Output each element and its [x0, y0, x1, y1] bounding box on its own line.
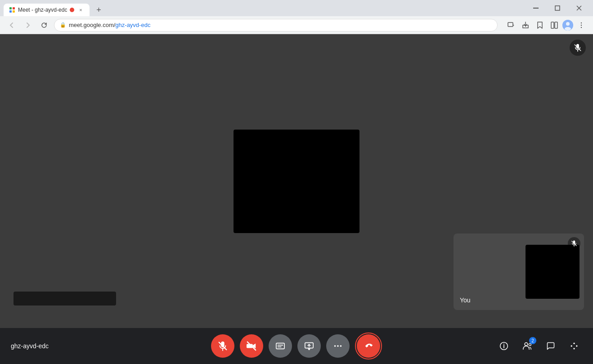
svg-rect-4	[13, 10, 15, 13]
controls-bar: ghz-ayvd-edc	[0, 328, 593, 364]
controls-center	[211, 333, 382, 360]
tab-bar: Meet - ghz-ayvd-edc × +	[4, 0, 105, 16]
browser-frame: Meet - ghz-ayvd-edc × +	[0, 0, 593, 364]
svg-point-18	[581, 24, 582, 25]
lock-icon: 🔒	[60, 22, 66, 28]
active-tab[interactable]: Meet - ghz-ayvd-edc ×	[4, 4, 90, 16]
svg-point-35	[340, 345, 342, 347]
tab-close-button[interactable]: ×	[77, 6, 84, 13]
svg-rect-1	[9, 7, 12, 9]
people-count-badge: 2	[529, 337, 536, 344]
svg-point-33	[334, 345, 336, 347]
svg-point-15	[566, 22, 570, 26]
mute-microphone-button[interactable]	[211, 334, 234, 358]
self-mute-icon	[568, 237, 580, 250]
address-bar-row: 🔒 meet.google.com/ghz-ayvd-edc	[0, 16, 593, 34]
end-call-button[interactable]	[357, 334, 380, 358]
controls-right: 2	[496, 338, 582, 354]
recording-indicator	[70, 8, 74, 12]
svg-marker-11	[538, 22, 542, 28]
svg-point-19	[581, 27, 582, 27]
end-call-button-wrapper	[355, 333, 382, 360]
share-icon[interactable]	[519, 19, 532, 31]
url-base: meet.google.com/	[69, 22, 115, 28]
chat-button[interactable]	[543, 338, 559, 354]
svg-rect-3	[9, 10, 12, 13]
new-tab-button[interactable]: +	[92, 4, 105, 16]
self-video-tile: You	[454, 234, 584, 310]
screen-record-icon[interactable]	[505, 19, 517, 31]
svg-rect-5	[533, 8, 539, 9]
svg-point-16	[565, 27, 571, 31]
svg-point-17	[581, 22, 582, 23]
title-bar: Meet - ghz-ayvd-edc × +	[0, 0, 593, 16]
svg-rect-2	[13, 7, 15, 9]
profile-avatar[interactable]	[562, 20, 573, 31]
restore-button[interactable]	[547, 1, 568, 15]
svg-point-43	[576, 345, 577, 346]
tab-favicon	[9, 7, 15, 13]
back-button[interactable]	[5, 19, 18, 31]
svg-point-44	[573, 348, 575, 349]
present-button[interactable]	[297, 334, 321, 358]
main-video-area: You	[0, 34, 593, 328]
svg-marker-10	[513, 24, 514, 26]
close-button[interactable]	[569, 1, 589, 15]
bookmark-icon[interactable]	[534, 19, 546, 31]
url-text: meet.google.com/ghz-ayvd-edc	[69, 22, 492, 28]
top-right-mute-icon	[570, 40, 586, 56]
svg-rect-27	[276, 343, 284, 349]
svg-point-41	[571, 345, 572, 346]
reader-mode-icon[interactable]	[548, 19, 561, 31]
window-controls	[526, 1, 589, 15]
more-options-button[interactable]	[326, 334, 350, 358]
forward-button[interactable]	[22, 19, 34, 31]
svg-point-42	[573, 343, 575, 344]
minimize-button[interactable]	[526, 1, 546, 15]
svg-rect-6	[555, 6, 560, 10]
meeting-code: ghz-ayvd-edc	[11, 342, 49, 350]
participant-name-label	[13, 292, 116, 306]
svg-rect-13	[555, 22, 557, 28]
main-participant-video	[234, 130, 359, 233]
browser-toolbar-right	[505, 19, 588, 31]
meet-content: You ghz-ayvd-edc	[0, 34, 593, 364]
url-path: ghz-ayvd-edc	[115, 22, 150, 28]
toggle-camera-button[interactable]	[240, 334, 263, 358]
people-button[interactable]: 2	[519, 338, 535, 354]
self-video-thumbnail	[526, 245, 580, 299]
self-label: You	[460, 297, 471, 304]
activities-button[interactable]	[566, 338, 582, 354]
svg-point-38	[503, 344, 504, 345]
menu-icon[interactable]	[575, 19, 588, 31]
tab-title: Meet - ghz-ayvd-edc	[18, 7, 67, 13]
captions-button[interactable]	[269, 334, 292, 358]
address-bar[interactable]: 🔒 meet.google.com/ghz-ayvd-edc	[54, 19, 498, 31]
svg-rect-9	[508, 22, 513, 27]
meeting-info-button[interactable]	[496, 338, 512, 354]
svg-rect-12	[551, 22, 554, 28]
reload-button[interactable]	[38, 19, 50, 31]
svg-point-34	[337, 345, 339, 347]
svg-point-39	[525, 343, 528, 346]
